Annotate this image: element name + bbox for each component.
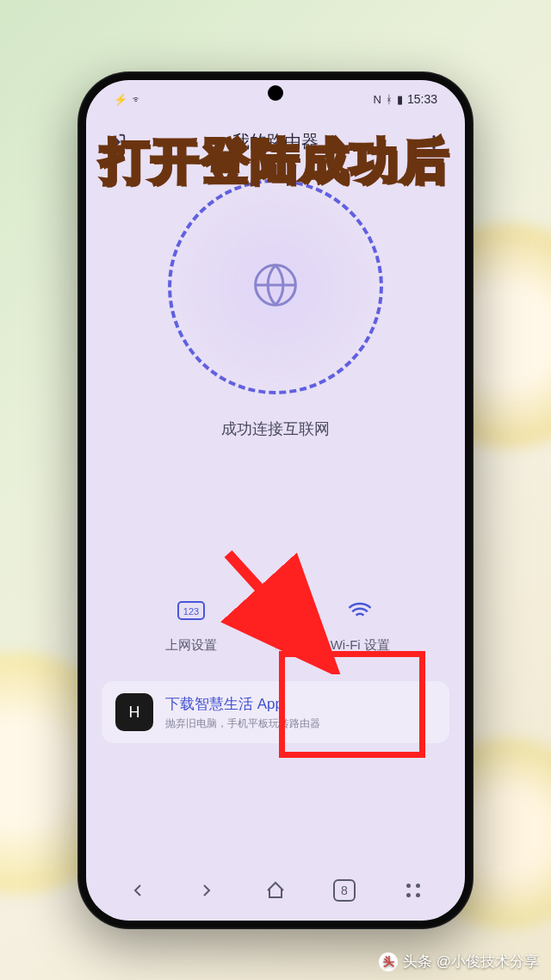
tabs-button[interactable]: 8 (327, 873, 362, 908)
wifi-settings-icon (345, 598, 375, 627)
wifi-status-icon: ᯤ (132, 93, 143, 106)
home-button[interactable] (258, 873, 293, 908)
bluetooth-icon: ᚼ (386, 93, 393, 106)
menu-button[interactable] (396, 873, 430, 908)
internet-settings-icon: 123 (176, 598, 206, 627)
watermark-text: 头条 @小俊技术分享 (403, 952, 539, 971)
battery-icon: ▮ (397, 93, 403, 106)
clock-time: 15:33 (407, 92, 437, 106)
phone-screen: ⚡ ᯤ N ᚼ ▮ 15:33 我的路由器 (86, 80, 465, 921)
app-icon: H (115, 693, 153, 731)
connection-section: 成功连接互联网 (86, 165, 465, 465)
arrow-annotation-icon (211, 537, 349, 674)
camera-punch-icon (268, 85, 283, 101)
watermark-icon: 头 (379, 952, 398, 971)
carrier-icon: ⚡ (114, 93, 127, 106)
nfc-icon: N (374, 93, 381, 106)
tab-count: 8 (333, 879, 356, 902)
svg-line-6 (228, 554, 314, 648)
back-button[interactable] (121, 873, 155, 908)
connection-status-text: 成功连接互联网 (221, 419, 330, 439)
instruction-caption: 打开登陆成功后 (101, 129, 450, 195)
internet-settings-label: 上网设置 (165, 637, 217, 654)
svg-text:123: 123 (183, 606, 199, 617)
watermark: 头 头条 @小俊技术分享 (379, 952, 539, 971)
browser-bottom-nav: 8 (86, 860, 465, 921)
connection-circle (168, 179, 383, 394)
phone-frame: ⚡ ᯤ N ᚼ ▮ 15:33 我的路由器 (77, 71, 474, 929)
forward-button[interactable] (189, 873, 224, 908)
